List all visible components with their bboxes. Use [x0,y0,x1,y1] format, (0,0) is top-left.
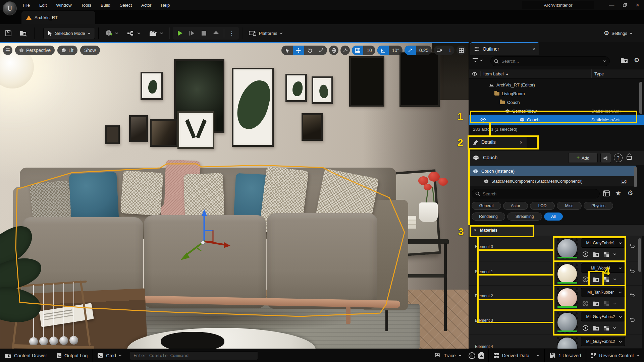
gizmo-z-arrowhead[interactable] [202,209,207,216]
angle-snap-icon[interactable] [377,46,389,55]
scale-tool-icon[interactable] [316,46,327,55]
material-dropdown[interactable]: MI_GrayFabric2 [581,337,625,346]
selection-mode-dropdown[interactable]: Selection Mode [43,27,95,39]
menu-edit[interactable]: Edit [39,3,47,8]
outliner-column-header[interactable]: Item Label▲ Type [469,69,644,78]
filter-tab-rendering[interactable]: Rendering [472,213,505,221]
grid-snap-icon[interactable] [352,46,363,55]
material-options-chevron-icon[interactable] [613,253,616,256]
outliner-row-couch-selected[interactable]: Couch StaticMeshActo [469,115,644,125]
use-selected-asset-icon[interactable] [582,325,589,331]
browse-to-asset-icon[interactable] [593,251,600,257]
create-folder-icon[interactable] [621,57,628,63]
filter-tab-all[interactable]: All [544,213,563,221]
lit-dropdown[interactable]: Lit [57,46,77,55]
outliner-tab[interactable]: Outliner × [470,42,539,55]
material-options-chevron-icon[interactable] [613,326,616,329]
revision-control-dropdown[interactable]: Revision Control [586,349,644,362]
reset-to-default-icon[interactable] [629,269,635,274]
material-dropdown[interactable]: MI_GrayFabric2 [581,312,625,321]
use-selected-asset-icon[interactable] [582,251,589,257]
scale-snap-icon[interactable] [405,46,416,55]
menu-select[interactable]: Select [120,3,132,8]
material-dropdown[interactable]: MI_Wood4 [581,263,625,273]
filter-tab-lod[interactable]: LOD [530,202,555,210]
reset-to-default-icon[interactable] [629,317,635,322]
transform-gizmo[interactable] [180,209,230,260]
unsaved-button[interactable]: 1 Unsaved [545,349,586,362]
menu-help[interactable]: Help [161,3,170,8]
console-command-field[interactable] [130,351,258,360]
rotation-snap-value[interactable]: 10° [389,46,402,55]
filter-tab-misc[interactable]: Misc [557,202,582,210]
material-thumbnail[interactable] [557,263,578,284]
details-component-row[interactable]: StaticMeshComponent (StaticMeshComponent… [470,176,636,186]
filter-tab-physics[interactable]: Physics [584,202,613,210]
viewport-options-icon[interactable]: ☰ [3,46,12,55]
outliner-row-folder-livingroom[interactable]: LivingRoom [469,89,639,98]
stop-button[interactable] [198,28,210,39]
scale-snap-value[interactable]: 0.25 [416,46,432,55]
gizmo-x-arrowhead[interactable] [224,242,230,248]
camera-icon[interactable] [434,46,445,55]
material-options-icon[interactable] [604,277,609,282]
reset-to-default-icon[interactable] [629,293,635,298]
menu-actor[interactable]: Actor [141,3,151,8]
outliner-settings-gear-icon[interactable]: ⚙ [634,56,640,64]
help-icon[interactable]: ? [614,154,623,162]
details-scrollbar[interactable] [634,167,637,187]
outliner-row-centerpillow[interactable]: CenterPillow StaticMeshActo [469,107,639,115]
menu-window[interactable]: Window [56,3,71,8]
session-frontend-icon[interactable] [478,352,485,359]
content-drawer-button[interactable]: Content Drawer [0,349,52,362]
material-options-icon[interactable] [604,301,609,306]
details-tab[interactable]: Details × [469,135,527,149]
settings-dropdown[interactable]: ⚙ Settings [601,27,635,39]
output-log-button[interactable]: Output Log [52,349,92,362]
console-command-input[interactable] [133,353,254,358]
browse-content-icon[interactable] [19,29,28,37]
browse-to-asset-icon[interactable] [593,277,600,282]
details-settings-gear-icon[interactable]: ⚙ [627,189,633,197]
display-options-icon[interactable] [603,190,610,196]
details-close-icon[interactable]: × [520,139,523,145]
filter-tab-general[interactable]: General [472,202,501,210]
blueprint-edit-button[interactable] [600,153,611,163]
material-thumbnail[interactable] [557,288,578,308]
menu-build[interactable]: Build [101,3,110,8]
reset-to-default-icon[interactable] [629,244,635,248]
materials-section-header[interactable]: ▼ Materials [469,225,644,236]
platforms-dropdown[interactable]: Platforms [246,28,285,38]
cmd-dropdown[interactable]: Cmd [93,349,126,362]
cinematics-dropdown[interactable] [146,28,166,39]
use-selected-asset-icon[interactable] [582,300,589,307]
tab-archvis-rt[interactable]: ArchVis_RT [21,11,95,24]
add-component-button[interactable]: + Add [568,153,598,163]
perspective-dropdown[interactable]: Perspective [15,46,55,55]
restore-button[interactable] [623,3,627,7]
browse-to-asset-icon[interactable] [593,301,600,306]
play-button[interactable] [174,28,185,39]
show-dropdown[interactable]: Show [80,46,100,55]
type-column[interactable]: Type [591,69,644,78]
blueprints-dropdown[interactable] [124,28,143,39]
outliner-scrollbar[interactable] [639,82,642,114]
filter-tab-streaming[interactable]: Streaming [507,213,542,221]
filter-tab-actor[interactable]: Actor [503,202,528,210]
grid-snap-value[interactable]: 10 [363,46,375,55]
lock-icon[interactable] [626,153,633,160]
outliner-filter-dropdown[interactable] [472,58,483,62]
gizmo-center[interactable] [201,241,205,245]
minimize-button[interactable]: — [609,2,614,8]
trace-dropdown[interactable]: Trace [430,349,466,362]
material-options-icon[interactable] [604,252,609,257]
materials-scrollbar[interactable] [638,238,641,272]
material-dropdown[interactable]: MI_GrayFabric1 [581,238,625,248]
outliner-row-level[interactable]: ArchVis_RT (Editor) [469,80,639,89]
favorites-star-icon[interactable]: ★ [615,189,621,197]
menu-tools[interactable]: Tools [81,3,91,8]
skip-button[interactable] [186,28,198,39]
outliner-row-folder-couch[interactable]: Couch [469,98,639,107]
material-options-chevron-icon[interactable] [613,302,616,305]
menu-file[interactable]: File [23,3,30,8]
